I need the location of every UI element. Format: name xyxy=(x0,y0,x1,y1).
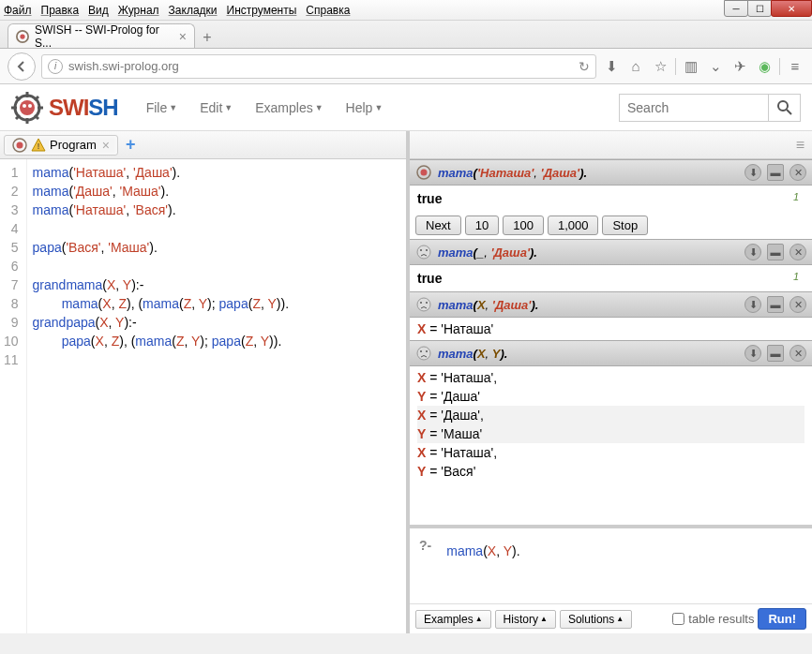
svg-point-24 xyxy=(417,298,430,311)
sidebar-icon[interactable]: ▥ xyxy=(682,57,700,76)
window-menu-item[interactable]: Журнал xyxy=(118,4,159,17)
arrow-left-icon xyxy=(15,60,28,73)
search-input[interactable] xyxy=(619,94,769,122)
svg-point-26 xyxy=(426,302,428,304)
results-pane: ≡ mama('Наташа', 'Даша').⬇▬✕true1Next101… xyxy=(410,131,812,633)
query-input[interactable]: ?- mama(X, Y). xyxy=(410,528,812,603)
bindings: X = 'Наташа' xyxy=(410,318,812,340)
close-icon[interactable]: ✕ xyxy=(789,244,806,260)
svg-point-20 xyxy=(421,170,428,176)
send-icon[interactable]: ✈ xyxy=(730,57,749,76)
reload-icon[interactable]: ↻ xyxy=(579,59,590,74)
svg-point-17 xyxy=(17,141,23,148)
line-gutter: 1234567891011 xyxy=(0,159,27,633)
paging-button[interactable]: 1,000 xyxy=(548,216,599,235)
answer-true: true1 xyxy=(410,186,812,212)
svg-point-22 xyxy=(420,249,422,251)
query-header[interactable]: mama('Наташа', 'Даша').⬇▬✕ xyxy=(410,159,812,186)
browser-tab-strip: SWISH -- SWI-Prolog for S... × + xyxy=(0,21,812,49)
url-bar[interactable]: i swish.swi-prolog.org ↻ xyxy=(41,54,596,79)
svg-text:!: ! xyxy=(38,141,40,151)
warning-icon: ! xyxy=(31,138,46,153)
query-footer: Examples▲History▲Solutions▲ table result… xyxy=(410,603,812,633)
window-minimize-button[interactable]: ─ xyxy=(724,0,748,17)
query-header[interactable]: mama(_, 'Даша').⬇▬✕ xyxy=(410,239,812,265)
extension-icon[interactable]: ◉ xyxy=(755,57,774,76)
editor-tab-program[interactable]: ! Program × xyxy=(4,135,118,156)
pocket-icon[interactable]: ⌄ xyxy=(706,57,725,76)
bookmark-star-icon[interactable]: ☆ xyxy=(651,57,669,76)
site-info-icon[interactable]: i xyxy=(48,59,63,74)
query-header[interactable]: mama(X, Y).⬇▬✕ xyxy=(410,340,812,366)
paging-button[interactable]: Stop xyxy=(602,216,648,235)
caret-down-icon: ▼ xyxy=(374,103,383,112)
minimize-icon[interactable]: ▬ xyxy=(767,244,784,260)
app-menu-file[interactable]: File▼ xyxy=(146,100,177,115)
window-menu-item[interactable]: Закладки xyxy=(169,4,218,17)
window-menu-item[interactable]: Справка xyxy=(306,4,350,17)
window-maximize-button[interactable]: ☐ xyxy=(747,0,772,17)
binding-row: Y = 'Маша' xyxy=(417,424,804,443)
app-header: SWISH File▼Edit▼Examples▼Help▼ xyxy=(0,84,812,131)
footer-button-solutions[interactable]: Solutions▲ xyxy=(560,610,632,629)
hamburger-menu-icon[interactable]: ≡ xyxy=(786,57,804,76)
window-close-button[interactable]: ✕ xyxy=(771,0,812,17)
binding-row: Y = 'Вася' xyxy=(417,462,804,481)
download-icon[interactable]: ⬇ xyxy=(744,164,761,181)
app-menu-help[interactable]: Help▼ xyxy=(346,100,383,115)
download-icon[interactable]: ⬇ xyxy=(744,296,761,313)
tab-close-icon[interactable]: × xyxy=(179,29,187,44)
run-button[interactable]: Run! xyxy=(758,608,806,630)
search-button[interactable] xyxy=(769,94,801,122)
window-menu-item[interactable]: Файл xyxy=(4,4,32,17)
app-menu-edit[interactable]: Edit▼ xyxy=(200,100,233,115)
downloads-icon[interactable]: ⬇ xyxy=(602,57,621,76)
query-header[interactable]: mama(X, 'Даша').⬇▬✕ xyxy=(410,291,812,318)
binding-row: X = 'Наташа', xyxy=(417,443,804,462)
toolbar-separator xyxy=(675,58,676,75)
download-icon[interactable]: ⬇ xyxy=(744,244,761,260)
minimize-icon[interactable]: ▬ xyxy=(767,296,784,313)
window-menu-item[interactable]: Вид xyxy=(88,4,109,17)
swish-favicon-icon xyxy=(16,30,29,43)
editor-tab-close-icon[interactable]: × xyxy=(102,138,110,153)
window-menu-item[interactable]: Правка xyxy=(41,4,80,17)
paging-button[interactable]: Next xyxy=(415,216,461,235)
minimize-icon[interactable]: ▬ xyxy=(767,345,784,362)
query-prompt: ?- xyxy=(419,538,431,594)
svg-point-13 xyxy=(28,104,32,108)
code-editor[interactable]: 1234567891011 mama('Наташа', 'Даша').mam… xyxy=(0,159,406,633)
minimize-icon[interactable]: ▬ xyxy=(767,164,784,181)
editor-new-tab-button[interactable]: + xyxy=(126,135,136,155)
url-text: swish.swi-prolog.org xyxy=(68,59,579,73)
back-button[interactable] xyxy=(8,52,36,81)
download-icon[interactable]: ⬇ xyxy=(744,345,761,362)
caret-down-icon: ▼ xyxy=(224,103,233,112)
window-menu-item[interactable]: Инструменты xyxy=(227,4,297,17)
home-icon[interactable]: ⌂ xyxy=(626,57,645,76)
caret-up-icon: ▲ xyxy=(616,615,624,623)
paging-button[interactable]: 10 xyxy=(465,216,499,235)
query-area: ?- mama(X, Y). Examples▲History▲Solution… xyxy=(410,525,812,633)
browser-tab[interactable]: SWISH -- SWI-Prolog for S... × xyxy=(8,23,195,48)
close-icon[interactable]: ✕ xyxy=(789,345,806,362)
svg-point-11 xyxy=(20,100,35,115)
editor-pane: ! Program × + 1234567891011 mama('Наташа… xyxy=(0,131,410,633)
new-tab-button[interactable]: + xyxy=(195,27,219,48)
app-menu-examples[interactable]: Examples▼ xyxy=(255,100,323,115)
paging-button[interactable]: 100 xyxy=(503,216,544,235)
close-icon[interactable]: ✕ xyxy=(789,296,806,313)
footer-button-history[interactable]: History▲ xyxy=(495,610,556,629)
answer-true: true1 xyxy=(410,265,812,291)
footer-button-examples[interactable]: Examples▲ xyxy=(415,610,491,629)
caret-up-icon: ▲ xyxy=(540,615,548,623)
table-results-checkbox[interactable]: table results xyxy=(672,612,754,626)
swish-logo-text: SWISH xyxy=(49,95,118,121)
notebook-header: ≡ xyxy=(410,131,812,159)
window-menubar: ФайлПравкаВидЖурналЗакладкиИнструментыСп… xyxy=(0,0,812,21)
code-content[interactable]: mama('Наташа', 'Даша').mama('Даша', 'Маш… xyxy=(27,159,294,633)
browser-toolbar: i swish.swi-prolog.org ↻ ⬇ ⌂ ☆ ▥ ⌄ ✈ ◉ ≡ xyxy=(0,49,812,84)
caret-down-icon: ▼ xyxy=(315,103,323,112)
close-icon[interactable]: ✕ xyxy=(789,164,806,181)
notebook-menu-icon[interactable]: ≡ xyxy=(796,137,804,154)
